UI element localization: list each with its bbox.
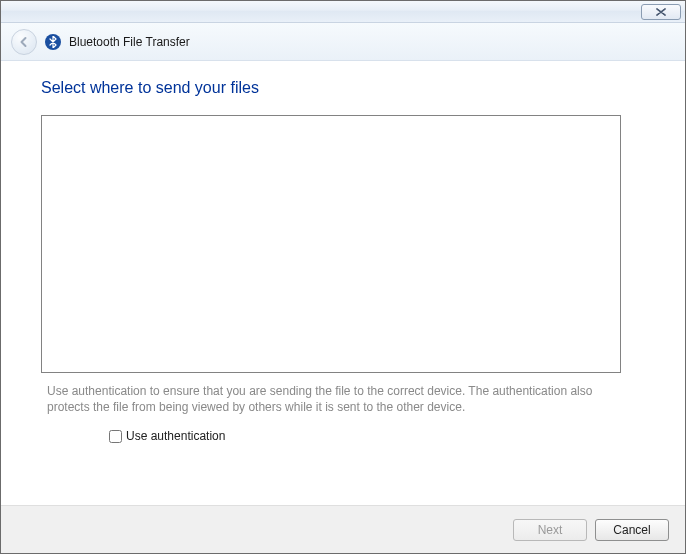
use-authentication-row[interactable]: Use authentication [109,429,645,443]
content-area: Select where to send your files Use auth… [1,61,685,505]
header-bar: Bluetooth File Transfer [1,23,685,61]
use-authentication-checkbox[interactable] [109,430,122,443]
back-button [11,29,37,55]
bluetooth-icon [45,34,61,50]
description-text: Use authentication to ensure that you ar… [47,383,617,415]
cancel-button[interactable]: Cancel [595,519,669,541]
wizard-window: Bluetooth File Transfer Select where to … [0,0,686,554]
close-icon [655,8,667,16]
close-button[interactable] [641,4,681,20]
page-heading: Select where to send your files [41,79,645,97]
use-authentication-label: Use authentication [126,429,225,443]
window-title: Bluetooth File Transfer [69,35,190,49]
back-arrow-icon [18,36,30,48]
device-list[interactable] [41,115,621,373]
footer-bar: Next Cancel [1,505,685,553]
next-button[interactable]: Next [513,519,587,541]
titlebar [1,1,685,23]
